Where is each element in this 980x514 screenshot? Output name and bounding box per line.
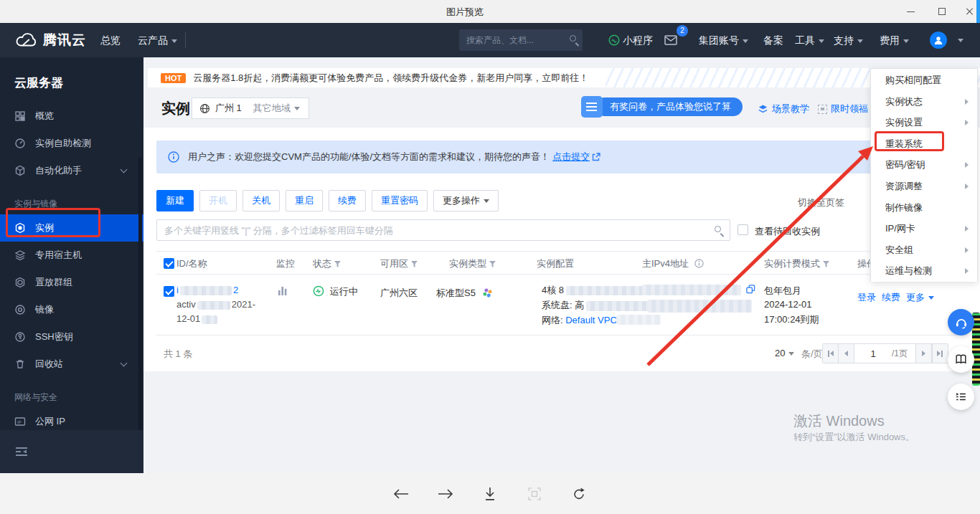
- nav-search-input[interactable]: [466, 29, 560, 51]
- menu-item-ops-detect[interactable]: 运维与检测: [871, 260, 977, 282]
- sidebar-item-instances[interactable]: 实例: [0, 214, 143, 242]
- menu-item-reinstall-system[interactable]: 重装系统: [871, 133, 977, 155]
- tab-switch-link[interactable]: 切换至页签: [798, 196, 844, 209]
- next-icon: [922, 351, 925, 356]
- first-page-button[interactable]: [823, 344, 839, 363]
- copy-ip-icon[interactable]: [746, 285, 755, 296]
- filter-icon[interactable]: [334, 261, 341, 267]
- row-checkbox[interactable]: [164, 286, 174, 297]
- col-header-billing[interactable]: 实例计费模式: [764, 257, 829, 270]
- monitor-chart-icon[interactable]: [278, 286, 287, 298]
- menu-item-instance-status[interactable]: 实例状态: [871, 91, 977, 113]
- sidebar-collapse-bar[interactable]: [0, 430, 143, 473]
- brand-name[interactable]: 腾讯云: [43, 23, 86, 57]
- page-number-input[interactable]: [854, 344, 892, 363]
- menu-item-password-key[interactable]: 密码/密钥: [871, 154, 977, 176]
- last-page-button[interactable]: [932, 344, 948, 363]
- download-image-button[interactable]: [478, 482, 502, 506]
- maximize-button[interactable]: [931, 4, 953, 19]
- table-row[interactable]: i2 activ2021- 12-01 运行中 广州六区 标准型S5 4核 8 …: [156, 275, 967, 335]
- menu-item-security-group[interactable]: 安全组: [871, 239, 977, 261]
- col-header-id[interactable]: ID/名称: [176, 257, 207, 270]
- menu-item-ip-nic[interactable]: IP/网卡: [871, 218, 977, 239]
- renew-link[interactable]: 续费: [882, 291, 900, 304]
- info-icon[interactable]: [694, 259, 704, 268]
- region-selector[interactable]: 广州 1 其它地域: [192, 97, 309, 119]
- login-link[interactable]: 登录: [857, 291, 876, 304]
- feedback-list-button[interactable]: [948, 384, 974, 410]
- select-all-checkbox[interactable]: [164, 258, 174, 269]
- filter-icon[interactable]: [411, 261, 418, 267]
- avatar-chevron-icon[interactable]: [958, 39, 963, 42]
- layers-icon: [758, 104, 768, 115]
- nav-tools[interactable]: 工具: [795, 23, 824, 57]
- sidebar-item-self-check[interactable]: 实例自助检测: [0, 130, 143, 157]
- renew-button[interactable]: 续费: [329, 190, 366, 211]
- nav-icp[interactable]: 备案: [763, 23, 783, 57]
- nav-billing[interactable]: 费用: [880, 23, 909, 57]
- prev-page-button[interactable]: [839, 344, 854, 363]
- col-header-zone[interactable]: 可用区: [380, 257, 418, 270]
- avatar[interactable]: [930, 32, 947, 49]
- fit-screen-button[interactable]: [522, 482, 547, 506]
- more-actions-button[interactable]: 更多操作: [433, 190, 499, 211]
- benefit-link[interactable]: 限时领福: [818, 103, 868, 115]
- reset-password-button[interactable]: 重置密码: [372, 190, 428, 211]
- sidebar-item-automation-assistant[interactable]: 自动化助手: [0, 157, 143, 184]
- filter-icon[interactable]: [823, 261, 829, 267]
- vpc-link[interactable]: Default VPC: [565, 315, 617, 325]
- nav-group-account[interactable]: 集团账号: [699, 23, 748, 57]
- nav-overview[interactable]: 总览: [100, 23, 121, 57]
- docs-button[interactable]: [948, 346, 974, 373]
- search-icon[interactable]: [570, 35, 576, 42]
- mail-icon[interactable]: [664, 35, 677, 47]
- menu-item-resource-adjust[interactable]: 资源调整: [871, 176, 977, 197]
- col-header-zone-label: 可用区: [380, 258, 408, 269]
- col-header-type[interactable]: 实例类型: [449, 257, 496, 270]
- more-link[interactable]: 更多: [906, 291, 934, 304]
- create-button[interactable]: 新建: [156, 190, 194, 211]
- next-page-button[interactable]: [916, 344, 932, 363]
- nav-mini-program[interactable]: 小程序: [623, 23, 653, 57]
- previous-image-button[interactable]: [389, 482, 413, 506]
- nav-products[interactable]: 云产品: [138, 23, 177, 57]
- col-header-status[interactable]: 状态: [313, 257, 341, 270]
- collapse-icon: [14, 446, 29, 457]
- shutdown-button[interactable]: 关机: [242, 190, 280, 211]
- survey-banner[interactable]: 有奖问卷，产品体验您说了算: [581, 96, 743, 118]
- boot-button[interactable]: 开机: [199, 190, 237, 211]
- sidebar-item-recycle-bin[interactable]: 回收站: [0, 351, 143, 378]
- minimize-button[interactable]: [900, 4, 921, 19]
- sidebar-item-overview[interactable]: 概览: [0, 103, 143, 130]
- next-image-button[interactable]: [433, 482, 458, 506]
- menu-item-make-image[interactable]: 制作镜像: [871, 197, 977, 219]
- table-footer: 共 1 条 20 条/页 /1页: [156, 335, 967, 371]
- filter-search-box[interactable]: [156, 219, 730, 241]
- sidebar-item-label: SSH密钥: [35, 330, 73, 343]
- support-chat-button[interactable]: [948, 309, 974, 335]
- promo-banner[interactable]: HOT 云服务器1.8折起，消费满额更可体验免费产品，领续费升级代金券，新老用户…: [148, 68, 980, 87]
- nav-support[interactable]: 支持: [834, 23, 863, 57]
- filter-icon[interactable]: [489, 261, 496, 267]
- rotate-image-button[interactable]: [567, 482, 591, 506]
- top-navbar: 腾讯云 总览 云产品 小程序 2 集团账号 备案 工具 支持 费用: [0, 23, 980, 57]
- recycle-checkbox[interactable]: [738, 224, 748, 235]
- restart-button[interactable]: 重启: [286, 190, 323, 211]
- instance-id-link[interactable]: i2: [176, 285, 238, 295]
- notice-submit-link[interactable]: 点击提交: [552, 151, 590, 163]
- sidebar-item-images[interactable]: 镜像: [0, 296, 143, 323]
- sidebar-item-dedicated-host[interactable]: 专用宿主机: [0, 242, 143, 269]
- sidebar-item-placement-group[interactable]: 置放群组: [0, 269, 143, 296]
- minimize-icon: [907, 11, 915, 12]
- menu-item-buy-same-config[interactable]: 购买相同配置: [871, 70, 977, 91]
- page-size-select[interactable]: 20: [775, 348, 794, 358]
- filter-search-input[interactable]: [164, 220, 702, 240]
- search-icon[interactable]: [715, 226, 721, 232]
- sidebar-item-ssh-keys[interactable]: SSH密钥: [0, 323, 143, 351]
- nav-search-box[interactable]: [459, 29, 583, 51]
- tencent-cloud-logo-icon[interactable]: [14, 32, 39, 51]
- scene-tutorial-link[interactable]: 场景教学: [758, 103, 809, 115]
- col-header-config: 实例配置: [537, 257, 574, 270]
- menu-item-instance-settings[interactable]: 实例设置: [871, 112, 977, 133]
- window-titlebar: 图片预览: [0, 0, 980, 23]
